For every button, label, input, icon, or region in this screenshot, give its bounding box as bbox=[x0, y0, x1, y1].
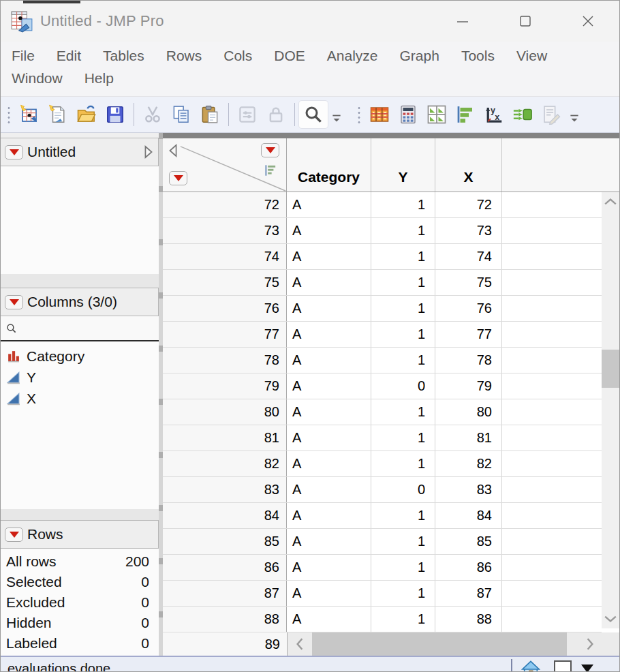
category-cell[interactable]: A bbox=[287, 296, 371, 321]
open-button[interactable] bbox=[72, 101, 101, 128]
columns-panel-red-triangle-button[interactable] bbox=[5, 295, 23, 309]
paste-button[interactable] bbox=[196, 101, 224, 128]
columns-red-triangle-button[interactable] bbox=[261, 143, 279, 157]
category-cell[interactable]: A bbox=[287, 322, 371, 347]
category-cell[interactable]: A bbox=[287, 529, 371, 554]
search-button[interactable] bbox=[299, 101, 328, 128]
menu-graph[interactable]: Graph bbox=[400, 48, 439, 64]
x-cell[interactable]: 80 bbox=[435, 399, 502, 425]
x-cell[interactable]: 86 bbox=[435, 555, 502, 580]
row-number-cell[interactable]: 75 bbox=[163, 270, 287, 295]
x-cell[interactable]: 75 bbox=[435, 270, 502, 295]
category-cell[interactable]: A bbox=[287, 425, 371, 450]
menu-edit[interactable]: Edit bbox=[57, 48, 81, 64]
menu-window[interactable]: Window bbox=[12, 70, 63, 87]
row-number-cell[interactable]: 82 bbox=[163, 451, 287, 476]
menu-analyze[interactable]: Analyze bbox=[327, 48, 378, 64]
category-cell[interactable]: A bbox=[287, 348, 371, 373]
menu-tools[interactable]: Tools bbox=[461, 48, 495, 64]
row-number-cell[interactable]: 76 bbox=[163, 296, 287, 321]
fit-y-by-x-button[interactable]: yx bbox=[480, 101, 508, 128]
menu-tables[interactable]: Tables bbox=[103, 48, 144, 64]
save-button[interactable] bbox=[101, 101, 129, 128]
x-cell[interactable]: 77 bbox=[435, 322, 502, 347]
x-cell[interactable]: 85 bbox=[435, 529, 502, 554]
rows-red-triangle-button[interactable] bbox=[169, 171, 187, 185]
scroll-down-button[interactable] bbox=[602, 611, 619, 627]
toolbar-overflow-button[interactable] bbox=[565, 101, 583, 128]
row-number-cell[interactable]: 72 bbox=[163, 192, 287, 217]
menu-help[interactable]: Help bbox=[84, 70, 114, 87]
y-cell[interactable]: 1 bbox=[371, 296, 435, 321]
y-cell[interactable]: 0 bbox=[371, 373, 435, 399]
horizontal-scrollbar[interactable] bbox=[288, 632, 602, 656]
table-panel-red-triangle-button[interactable] bbox=[5, 145, 23, 159]
row-number-cell[interactable]: 78 bbox=[163, 348, 287, 373]
x-cell[interactable]: 82 bbox=[435, 451, 502, 476]
y-cell[interactable]: 1 bbox=[371, 192, 435, 217]
row-number-cell[interactable]: 87 bbox=[163, 581, 287, 606]
toolbar-grip[interactable] bbox=[356, 104, 362, 125]
row-number-cell[interactable]: 73 bbox=[163, 218, 287, 243]
column-item-category[interactable]: Category bbox=[1, 346, 159, 367]
row-number-cell[interactable]: 81 bbox=[163, 425, 287, 450]
y-cell[interactable]: 1 bbox=[371, 607, 435, 632]
y-cell[interactable]: 1 bbox=[371, 244, 435, 269]
menu-file[interactable]: File bbox=[12, 48, 35, 64]
x-cell[interactable]: 84 bbox=[435, 503, 502, 528]
toolbar-grip[interactable] bbox=[6, 104, 12, 125]
y-cell[interactable]: 1 bbox=[371, 425, 435, 450]
x-cell[interactable]: 79 bbox=[435, 373, 502, 399]
menu-view[interactable]: View bbox=[516, 48, 547, 64]
distribution-button[interactable] bbox=[451, 101, 480, 128]
x-cell[interactable]: 73 bbox=[435, 218, 502, 243]
scroll-left-button[interactable] bbox=[288, 632, 312, 656]
menu-rows[interactable]: Rows bbox=[166, 48, 202, 64]
column-header-x[interactable]: X bbox=[435, 138, 502, 192]
category-cell[interactable]: A bbox=[287, 451, 371, 476]
y-cell[interactable]: 1 bbox=[371, 581, 435, 606]
category-cell[interactable]: A bbox=[287, 581, 371, 606]
x-cell[interactable]: 74 bbox=[435, 244, 502, 269]
toolbar-overflow-button[interactable] bbox=[328, 101, 345, 128]
rows-panel-red-triangle-button[interactable] bbox=[5, 528, 23, 542]
data-table-button[interactable] bbox=[365, 101, 394, 128]
category-cell[interactable]: A bbox=[287, 270, 371, 295]
category-cell[interactable]: A bbox=[287, 503, 371, 528]
category-cell[interactable]: A bbox=[287, 399, 371, 425]
panel-splitter[interactable] bbox=[1, 509, 159, 520]
row-number-cell[interactable]: 77 bbox=[163, 322, 287, 347]
column-item-y[interactable]: Y bbox=[1, 367, 159, 388]
y-cell[interactable]: 1 bbox=[371, 270, 435, 295]
y-cell[interactable]: 1 bbox=[371, 529, 435, 554]
y-cell[interactable]: 1 bbox=[371, 218, 435, 243]
expand-panel-icon[interactable] bbox=[143, 144, 154, 159]
row-number-cell[interactable]: 84 bbox=[163, 503, 287, 528]
vertical-scroll-thumb[interactable] bbox=[602, 350, 619, 388]
vertical-scrollbar[interactable] bbox=[602, 192, 619, 628]
new-data-table-button[interactable] bbox=[15, 101, 44, 128]
row-number-cell[interactable]: 85 bbox=[163, 529, 287, 554]
x-cell[interactable]: 83 bbox=[435, 477, 502, 502]
partial-row-89[interactable]: 89 bbox=[163, 632, 288, 656]
category-cell[interactable]: A bbox=[287, 607, 371, 632]
category-cell[interactable]: A bbox=[287, 244, 371, 269]
row-number-cell[interactable]: 74 bbox=[163, 244, 287, 269]
category-cell[interactable]: A bbox=[287, 373, 371, 399]
y-cell[interactable]: 1 bbox=[371, 399, 435, 425]
row-number-cell[interactable]: 83 bbox=[163, 477, 287, 502]
category-cell[interactable]: A bbox=[287, 555, 371, 580]
menu-cols[interactable]: Cols bbox=[223, 48, 252, 64]
status-indicator-box[interactable] bbox=[554, 660, 572, 672]
x-cell[interactable]: 72 bbox=[435, 192, 502, 217]
home-icon[interactable] bbox=[521, 660, 540, 672]
minimize-button[interactable] bbox=[431, 1, 494, 42]
row-number-cell[interactable]: 88 bbox=[163, 607, 287, 632]
scroll-right-button[interactable] bbox=[578, 632, 602, 656]
category-cell[interactable]: A bbox=[287, 218, 371, 243]
formula-button[interactable] bbox=[394, 101, 422, 128]
columns-search-field[interactable] bbox=[1, 316, 159, 341]
launch-button[interactable] bbox=[508, 101, 537, 128]
panel-splitter[interactable] bbox=[1, 274, 159, 288]
status-dropdown-icon[interactable] bbox=[581, 665, 593, 672]
